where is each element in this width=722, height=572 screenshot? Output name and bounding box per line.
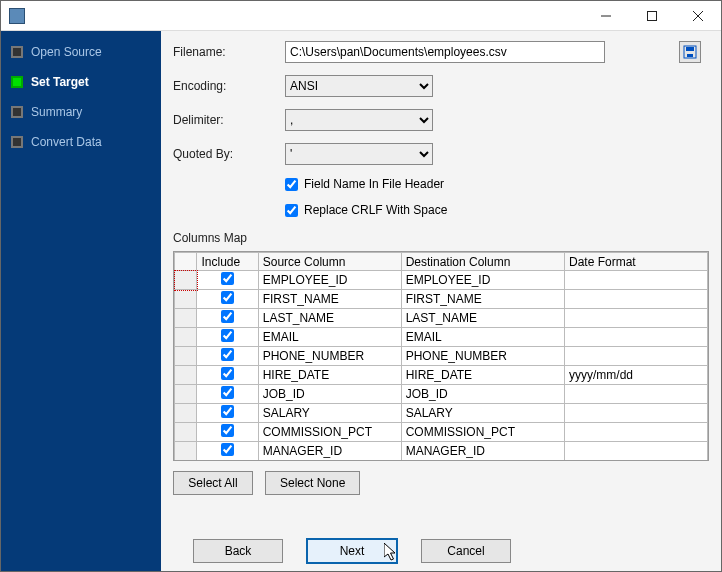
dest-cell[interactable]: JOB_ID: [401, 385, 564, 404]
col-datefmt[interactable]: Date Format: [565, 253, 708, 271]
row-header[interactable]: [175, 347, 197, 366]
save-icon: [683, 45, 697, 59]
row-header[interactable]: [175, 442, 197, 461]
datefmt-cell[interactable]: [565, 423, 708, 442]
step-marker-icon: [11, 46, 23, 58]
select-none-button[interactable]: Select None: [265, 471, 360, 495]
dest-cell[interactable]: COMMISSION_PCT: [401, 423, 564, 442]
sidebar-item-label: Convert Data: [31, 135, 102, 149]
source-cell[interactable]: JOB_ID: [258, 385, 401, 404]
sidebar-item-summary[interactable]: Summary: [1, 97, 161, 127]
include-checkbox[interactable]: [221, 348, 234, 361]
source-cell[interactable]: SALARY: [258, 404, 401, 423]
include-checkbox[interactable]: [221, 443, 234, 456]
select-all-button[interactable]: Select All: [173, 471, 253, 495]
datefmt-cell[interactable]: [565, 347, 708, 366]
include-checkbox[interactable]: [221, 310, 234, 323]
include-checkbox[interactable]: [221, 386, 234, 399]
datefmt-cell[interactable]: [565, 404, 708, 423]
minimize-button[interactable]: [583, 1, 629, 31]
row-header[interactable]: [175, 366, 197, 385]
delimiter-select[interactable]: ,: [285, 109, 433, 131]
row-header[interactable]: [175, 328, 197, 347]
source-cell[interactable]: LAST_NAME: [258, 309, 401, 328]
datefmt-cell[interactable]: [565, 290, 708, 309]
cancel-button[interactable]: Cancel: [421, 539, 511, 563]
source-cell[interactable]: COMMISSION_PCT: [258, 423, 401, 442]
source-cell[interactable]: DEPARTMENT_ID: [258, 461, 401, 462]
replace-crlf-checkbox[interactable]: [285, 204, 298, 217]
source-cell[interactable]: PHONE_NUMBER: [258, 347, 401, 366]
source-cell[interactable]: MANAGER_ID: [258, 442, 401, 461]
col-dest[interactable]: Destination Column: [401, 253, 564, 271]
row-header[interactable]: [175, 290, 197, 309]
table-row[interactable]: JOB_IDJOB_ID: [175, 385, 708, 404]
dest-cell[interactable]: FIRST_NAME: [401, 290, 564, 309]
dest-cell[interactable]: PHONE_NUMBER: [401, 347, 564, 366]
table-row[interactable]: MANAGER_IDMANAGER_ID: [175, 442, 708, 461]
col-include[interactable]: Include: [197, 253, 258, 271]
columns-map-table-wrap[interactable]: Include Source Column Destination Column…: [173, 251, 709, 461]
include-checkbox[interactable]: [221, 367, 234, 380]
dest-cell[interactable]: SALARY: [401, 404, 564, 423]
sidebar-item-convert-data[interactable]: Convert Data: [1, 127, 161, 157]
datefmt-cell[interactable]: yyyy/mm/dd: [565, 366, 708, 385]
close-button[interactable]: [675, 1, 721, 31]
include-checkbox[interactable]: [221, 424, 234, 437]
titlebar: [1, 1, 721, 31]
table-row[interactable]: EMAILEMAIL: [175, 328, 708, 347]
sidebar-item-label: Open Source: [31, 45, 102, 59]
datefmt-cell[interactable]: [565, 328, 708, 347]
encoding-select[interactable]: ANSI: [285, 75, 433, 97]
row-header[interactable]: [175, 423, 197, 442]
table-row[interactable]: SALARYSALARY: [175, 404, 708, 423]
table-row[interactable]: HIRE_DATEHIRE_DATEyyyy/mm/dd: [175, 366, 708, 385]
row-header[interactable]: [175, 309, 197, 328]
next-button[interactable]: Next: [307, 539, 397, 563]
svg-rect-1: [648, 11, 657, 20]
table-row[interactable]: LAST_NAMELAST_NAME: [175, 309, 708, 328]
row-header[interactable]: [175, 385, 197, 404]
include-checkbox[interactable]: [221, 405, 234, 418]
browse-file-button[interactable]: [679, 41, 701, 63]
include-checkbox[interactable]: [221, 291, 234, 304]
datefmt-cell[interactable]: [565, 461, 708, 462]
field-header-checkbox[interactable]: [285, 178, 298, 191]
source-cell[interactable]: HIRE_DATE: [258, 366, 401, 385]
back-button[interactable]: Back: [193, 539, 283, 563]
source-cell[interactable]: EMPLOYEE_ID: [258, 271, 401, 290]
table-row[interactable]: PHONE_NUMBERPHONE_NUMBER: [175, 347, 708, 366]
dest-cell[interactable]: DEPARTMENT_ID: [401, 461, 564, 462]
table-corner: [175, 253, 197, 271]
datefmt-cell[interactable]: [565, 309, 708, 328]
sidebar-item-set-target[interactable]: Set Target: [1, 67, 161, 97]
table-row[interactable]: COMMISSION_PCTCOMMISSION_PCT: [175, 423, 708, 442]
include-checkbox[interactable]: [221, 272, 234, 285]
main-panel: Filename: Encoding: ANSI Delimiter: , Qu…: [161, 31, 721, 571]
row-header[interactable]: [175, 271, 197, 290]
source-cell[interactable]: FIRST_NAME: [258, 290, 401, 309]
datefmt-cell[interactable]: [565, 271, 708, 290]
col-source[interactable]: Source Column: [258, 253, 401, 271]
dest-cell[interactable]: EMAIL: [401, 328, 564, 347]
datefmt-cell[interactable]: [565, 385, 708, 404]
include-checkbox[interactable]: [221, 329, 234, 342]
dest-cell[interactable]: HIRE_DATE: [401, 366, 564, 385]
maximize-button[interactable]: [629, 1, 675, 31]
dest-cell[interactable]: EMPLOYEE_ID: [401, 271, 564, 290]
filename-input[interactable]: [285, 41, 605, 63]
source-cell[interactable]: EMAIL: [258, 328, 401, 347]
wizard-window: Open Source Set Target Summary Convert D…: [0, 0, 722, 572]
table-row[interactable]: EMPLOYEE_IDEMPLOYEE_ID: [175, 271, 708, 290]
sidebar-item-open-source[interactable]: Open Source: [1, 37, 161, 67]
quoted-by-select[interactable]: ': [285, 143, 433, 165]
dest-cell[interactable]: MANAGER_ID: [401, 442, 564, 461]
columns-map-table: Include Source Column Destination Column…: [174, 252, 708, 461]
table-row[interactable]: DEPARTMENT_IDDEPARTMENT_ID: [175, 461, 708, 462]
table-row[interactable]: FIRST_NAMEFIRST_NAME: [175, 290, 708, 309]
row-header[interactable]: [175, 461, 197, 462]
row-header[interactable]: [175, 404, 197, 423]
step-marker-icon: [11, 76, 23, 88]
dest-cell[interactable]: LAST_NAME: [401, 309, 564, 328]
datefmt-cell[interactable]: [565, 442, 708, 461]
